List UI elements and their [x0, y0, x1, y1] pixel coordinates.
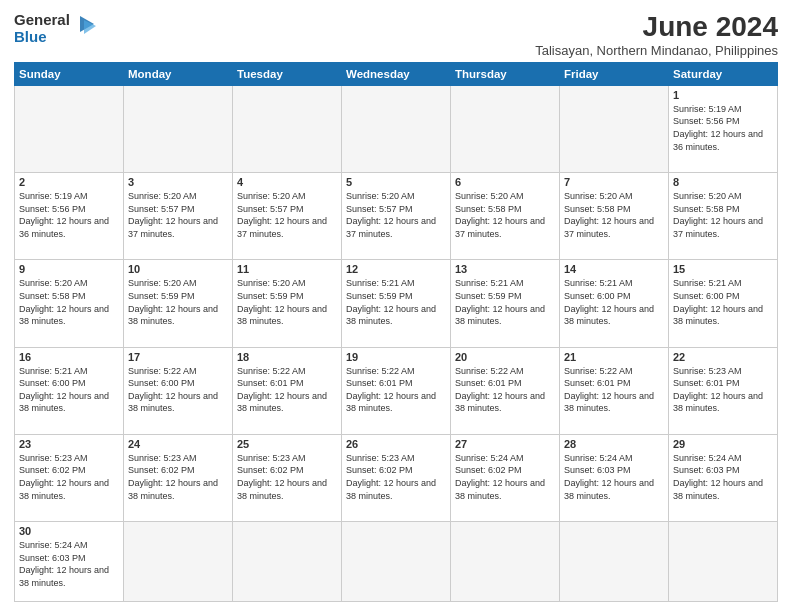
day-number: 11	[237, 263, 337, 275]
day-info: Sunrise: 5:23 AM Sunset: 6:02 PM Dayligh…	[237, 452, 337, 502]
month-year-title: June 2024	[535, 12, 778, 43]
day-number: 20	[455, 351, 555, 363]
day-info: Sunrise: 5:20 AM Sunset: 5:57 PM Dayligh…	[237, 190, 337, 240]
calendar-cell: 28 Sunrise: 5:24 AM Sunset: 6:03 PM Dayl…	[560, 434, 669, 521]
calendar-cell	[560, 522, 669, 602]
day-number: 12	[346, 263, 446, 275]
day-number: 21	[564, 351, 664, 363]
day-number: 13	[455, 263, 555, 275]
day-info: Sunrise: 5:20 AM Sunset: 5:57 PM Dayligh…	[346, 190, 446, 240]
calendar-cell: 7 Sunrise: 5:20 AM Sunset: 5:58 PM Dayli…	[560, 173, 669, 260]
day-number: 17	[128, 351, 228, 363]
calendar-cell	[342, 522, 451, 602]
calendar-cell: 23 Sunrise: 5:23 AM Sunset: 6:02 PM Dayl…	[15, 434, 124, 521]
title-block: June 2024 Talisayan, Northern Mindanao, …	[535, 12, 778, 58]
col-friday: Friday	[560, 62, 669, 85]
day-number: 19	[346, 351, 446, 363]
calendar-cell: 20 Sunrise: 5:22 AM Sunset: 6:01 PM Dayl…	[451, 347, 560, 434]
day-info: Sunrise: 5:22 AM Sunset: 6:00 PM Dayligh…	[128, 365, 228, 415]
col-thursday: Thursday	[451, 62, 560, 85]
day-info: Sunrise: 5:24 AM Sunset: 6:03 PM Dayligh…	[19, 539, 119, 589]
calendar-table: Sunday Monday Tuesday Wednesday Thursday…	[14, 62, 778, 602]
calendar-cell: 12 Sunrise: 5:21 AM Sunset: 5:59 PM Dayl…	[342, 260, 451, 347]
location-subtitle: Talisayan, Northern Mindanao, Philippine…	[535, 43, 778, 58]
calendar-cell: 9 Sunrise: 5:20 AM Sunset: 5:58 PM Dayli…	[15, 260, 124, 347]
calendar-cell: 10 Sunrise: 5:20 AM Sunset: 5:59 PM Dayl…	[124, 260, 233, 347]
calendar-cell	[124, 85, 233, 172]
calendar-cell: 29 Sunrise: 5:24 AM Sunset: 6:03 PM Dayl…	[669, 434, 778, 521]
col-monday: Monday	[124, 62, 233, 85]
calendar-cell: 8 Sunrise: 5:20 AM Sunset: 5:58 PM Dayli…	[669, 173, 778, 260]
calendar-cell: 17 Sunrise: 5:22 AM Sunset: 6:00 PM Dayl…	[124, 347, 233, 434]
day-number: 29	[673, 438, 773, 450]
col-wednesday: Wednesday	[342, 62, 451, 85]
logo-triangle-icon	[74, 14, 96, 42]
calendar-cell: 22 Sunrise: 5:23 AM Sunset: 6:01 PM Dayl…	[669, 347, 778, 434]
day-info: Sunrise: 5:20 AM Sunset: 5:58 PM Dayligh…	[455, 190, 555, 240]
day-info: Sunrise: 5:20 AM Sunset: 5:59 PM Dayligh…	[237, 277, 337, 327]
day-info: Sunrise: 5:21 AM Sunset: 6:00 PM Dayligh…	[673, 277, 773, 327]
day-info: Sunrise: 5:21 AM Sunset: 6:00 PM Dayligh…	[19, 365, 119, 415]
day-info: Sunrise: 5:21 AM Sunset: 5:59 PM Dayligh…	[455, 277, 555, 327]
day-info: Sunrise: 5:20 AM Sunset: 5:58 PM Dayligh…	[564, 190, 664, 240]
day-info: Sunrise: 5:24 AM Sunset: 6:02 PM Dayligh…	[455, 452, 555, 502]
day-number: 24	[128, 438, 228, 450]
col-tuesday: Tuesday	[233, 62, 342, 85]
day-number: 28	[564, 438, 664, 450]
day-info: Sunrise: 5:23 AM Sunset: 6:02 PM Dayligh…	[128, 452, 228, 502]
calendar-cell: 6 Sunrise: 5:20 AM Sunset: 5:58 PM Dayli…	[451, 173, 560, 260]
day-info: Sunrise: 5:24 AM Sunset: 6:03 PM Dayligh…	[564, 452, 664, 502]
calendar-cell	[15, 85, 124, 172]
day-number: 22	[673, 351, 773, 363]
page: General Blue June 2024 Talisayan, Northe…	[0, 0, 792, 612]
day-number: 9	[19, 263, 119, 275]
calendar-cell	[342, 85, 451, 172]
day-number: 4	[237, 176, 337, 188]
calendar-cell: 19 Sunrise: 5:22 AM Sunset: 6:01 PM Dayl…	[342, 347, 451, 434]
day-number: 2	[19, 176, 119, 188]
calendar-cell: 16 Sunrise: 5:21 AM Sunset: 6:00 PM Dayl…	[15, 347, 124, 434]
calendar-cell: 13 Sunrise: 5:21 AM Sunset: 5:59 PM Dayl…	[451, 260, 560, 347]
day-number: 10	[128, 263, 228, 275]
day-number: 1	[673, 89, 773, 101]
calendar-cell	[451, 85, 560, 172]
calendar-header-row: Sunday Monday Tuesday Wednesday Thursday…	[15, 62, 778, 85]
day-number: 23	[19, 438, 119, 450]
day-number: 18	[237, 351, 337, 363]
day-info: Sunrise: 5:20 AM Sunset: 5:58 PM Dayligh…	[673, 190, 773, 240]
day-info: Sunrise: 5:23 AM Sunset: 6:02 PM Dayligh…	[19, 452, 119, 502]
day-info: Sunrise: 5:21 AM Sunset: 6:00 PM Dayligh…	[564, 277, 664, 327]
day-info: Sunrise: 5:22 AM Sunset: 6:01 PM Dayligh…	[455, 365, 555, 415]
calendar-cell	[124, 522, 233, 602]
calendar-cell: 30 Sunrise: 5:24 AM Sunset: 6:03 PM Dayl…	[15, 522, 124, 602]
calendar-cell: 21 Sunrise: 5:22 AM Sunset: 6:01 PM Dayl…	[560, 347, 669, 434]
day-number: 6	[455, 176, 555, 188]
calendar-cell: 5 Sunrise: 5:20 AM Sunset: 5:57 PM Dayli…	[342, 173, 451, 260]
calendar-cell: 15 Sunrise: 5:21 AM Sunset: 6:00 PM Dayl…	[669, 260, 778, 347]
header: General Blue June 2024 Talisayan, Northe…	[14, 12, 778, 58]
day-number: 5	[346, 176, 446, 188]
day-number: 30	[19, 525, 119, 537]
col-saturday: Saturday	[669, 62, 778, 85]
day-number: 7	[564, 176, 664, 188]
col-sunday: Sunday	[15, 62, 124, 85]
logo: General Blue	[14, 12, 96, 45]
calendar-cell	[233, 85, 342, 172]
day-number: 27	[455, 438, 555, 450]
calendar-cell: 27 Sunrise: 5:24 AM Sunset: 6:02 PM Dayl…	[451, 434, 560, 521]
day-number: 25	[237, 438, 337, 450]
calendar-cell: 14 Sunrise: 5:21 AM Sunset: 6:00 PM Dayl…	[560, 260, 669, 347]
day-info: Sunrise: 5:22 AM Sunset: 6:01 PM Dayligh…	[237, 365, 337, 415]
calendar-cell: 25 Sunrise: 5:23 AM Sunset: 6:02 PM Dayl…	[233, 434, 342, 521]
day-info: Sunrise: 5:21 AM Sunset: 5:59 PM Dayligh…	[346, 277, 446, 327]
day-info: Sunrise: 5:19 AM Sunset: 5:56 PM Dayligh…	[673, 103, 773, 153]
day-info: Sunrise: 5:20 AM Sunset: 5:59 PM Dayligh…	[128, 277, 228, 327]
calendar-cell	[233, 522, 342, 602]
logo-text-block: General Blue	[14, 12, 70, 45]
calendar-cell: 26 Sunrise: 5:23 AM Sunset: 6:02 PM Dayl…	[342, 434, 451, 521]
day-number: 3	[128, 176, 228, 188]
calendar-cell	[669, 522, 778, 602]
day-info: Sunrise: 5:19 AM Sunset: 5:56 PM Dayligh…	[19, 190, 119, 240]
day-info: Sunrise: 5:20 AM Sunset: 5:57 PM Dayligh…	[128, 190, 228, 240]
calendar-cell: 1 Sunrise: 5:19 AM Sunset: 5:56 PM Dayli…	[669, 85, 778, 172]
